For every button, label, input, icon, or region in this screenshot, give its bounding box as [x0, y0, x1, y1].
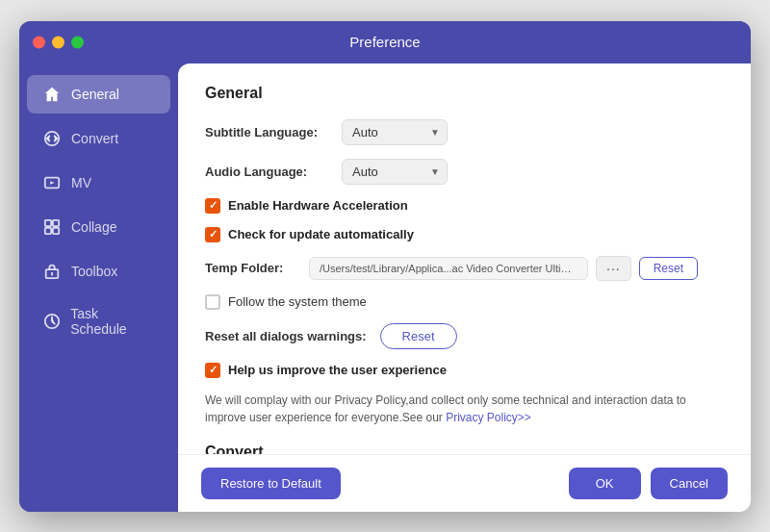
- collage-icon: [42, 217, 62, 237]
- help-improve-checkbox-wrapper[interactable]: Help us improve the user experience: [205, 363, 447, 378]
- subtitle-language-label: Subtitle Language:: [205, 125, 330, 139]
- sidebar-item-toolbox[interactable]: Toolbox: [27, 252, 170, 291]
- system-theme-checkbox-wrapper[interactable]: Follow the system theme: [205, 294, 367, 310]
- temp-folder-label: Temp Folder:: [205, 261, 301, 275]
- sidebar-item-general[interactable]: General: [27, 75, 170, 114]
- subtitle-language-select-wrapper: Auto English Chinese ▼: [342, 119, 448, 145]
- temp-folder-path: /Users/test/Library/Applica...ac Video C…: [309, 257, 588, 280]
- audio-language-label: Audio Language:: [205, 165, 330, 179]
- check-update-checkbox[interactable]: [205, 227, 220, 242]
- help-improve-checkbox-row: Help us improve the user experience: [205, 363, 724, 378]
- main-panel: General Subtitle Language: Auto English …: [178, 63, 751, 512]
- audio-language-row: Audio Language: Auto English Chinese ▼: [205, 159, 724, 185]
- convert-section-title: Convert: [205, 443, 724, 454]
- hardware-acceleration-row: Enable Hardware Acceleration: [205, 198, 724, 214]
- check-update-checkbox-wrapper[interactable]: Check for update automatically: [205, 227, 414, 242]
- sidebar-label-mv: MV: [71, 175, 91, 190]
- task-schedule-icon: [42, 312, 61, 331]
- titlebar: Preference: [19, 21, 751, 63]
- restore-default-button[interactable]: Restore to Default: [201, 468, 341, 499]
- close-button[interactable]: [33, 36, 45, 48]
- svg-rect-4: [45, 227, 51, 233]
- system-theme-checkbox[interactable]: [205, 294, 220, 310]
- content-area: General Convert MV: [19, 63, 751, 512]
- footer-right-buttons: OK Cancel: [569, 468, 728, 499]
- help-improve-label: Help us improve the user experience: [228, 363, 447, 377]
- check-update-label: Check for update automatically: [228, 227, 414, 241]
- system-theme-row: Follow the system theme: [205, 294, 724, 310]
- sidebar-label-convert: Convert: [71, 131, 118, 146]
- mv-icon: [42, 173, 62, 192]
- traffic-lights: [33, 36, 84, 48]
- hardware-acceleration-checkbox-wrapper[interactable]: Enable Hardware Acceleration: [205, 198, 408, 214]
- system-theme-label: Follow the system theme: [228, 294, 367, 309]
- sidebar-item-convert[interactable]: Convert: [27, 119, 170, 158]
- hardware-acceleration-label: Enable Hardware Acceleration: [228, 198, 408, 213]
- svg-rect-5: [53, 227, 59, 233]
- audio-language-select-wrapper: Auto English Chinese ▼: [342, 159, 448, 185]
- minimize-button[interactable]: [52, 36, 64, 48]
- maximize-button[interactable]: [71, 36, 84, 48]
- svg-rect-2: [45, 219, 51, 225]
- ok-button[interactable]: OK: [569, 468, 641, 499]
- sidebar-label-general: General: [71, 87, 119, 102]
- sidebar-label-collage: Collage: [71, 219, 116, 235]
- reset-warnings-label: Reset all dialogs warnings:: [205, 329, 367, 343]
- window-title: Preference: [349, 34, 420, 50]
- reset-warnings-row: Reset all dialogs warnings: Reset: [205, 323, 724, 349]
- sidebar-label-toolbox: Toolbox: [71, 264, 117, 279]
- preference-window: Preference General Conve: [19, 21, 751, 512]
- temp-folder-reset-button[interactable]: Reset: [639, 257, 698, 280]
- sidebar-label-task-schedule: Task Schedule: [70, 306, 155, 337]
- sidebar-item-collage[interactable]: Collage: [27, 208, 170, 246]
- home-icon: [42, 85, 62, 104]
- footer: Restore to Default OK Cancel: [178, 454, 751, 512]
- sidebar: General Convert MV: [19, 63, 178, 512]
- temp-folder-row: Temp Folder: /Users/test/Library/Applica…: [205, 256, 724, 281]
- general-section-title: General: [205, 85, 724, 102]
- main-content: General Subtitle Language: Auto English …: [178, 63, 751, 454]
- convert-icon: [42, 129, 62, 148]
- sidebar-item-mv[interactable]: MV: [27, 164, 170, 202]
- privacy-policy-link[interactable]: Privacy Policy>>: [446, 411, 531, 424]
- toolbox-icon: [42, 262, 62, 281]
- help-improve-checkbox[interactable]: [205, 363, 220, 378]
- hardware-acceleration-checkbox[interactable]: [205, 198, 220, 214]
- subtitle-language-row: Subtitle Language: Auto English Chinese …: [205, 119, 724, 145]
- temp-folder-dots-button[interactable]: ···: [596, 256, 631, 281]
- help-improve-text: We will complay with our Privacy Policy,…: [205, 392, 724, 426]
- check-update-row: Check for update automatically: [205, 227, 724, 242]
- reset-warnings-button[interactable]: Reset: [380, 323, 457, 349]
- sidebar-item-task-schedule[interactable]: Task Schedule: [27, 296, 170, 346]
- svg-rect-3: [53, 219, 59, 225]
- audio-language-select[interactable]: Auto English Chinese: [342, 159, 448, 185]
- subtitle-language-select[interactable]: Auto English Chinese: [342, 119, 448, 145]
- help-improve-section: Help us improve the user experience We w…: [205, 363, 724, 426]
- cancel-button[interactable]: Cancel: [651, 468, 728, 499]
